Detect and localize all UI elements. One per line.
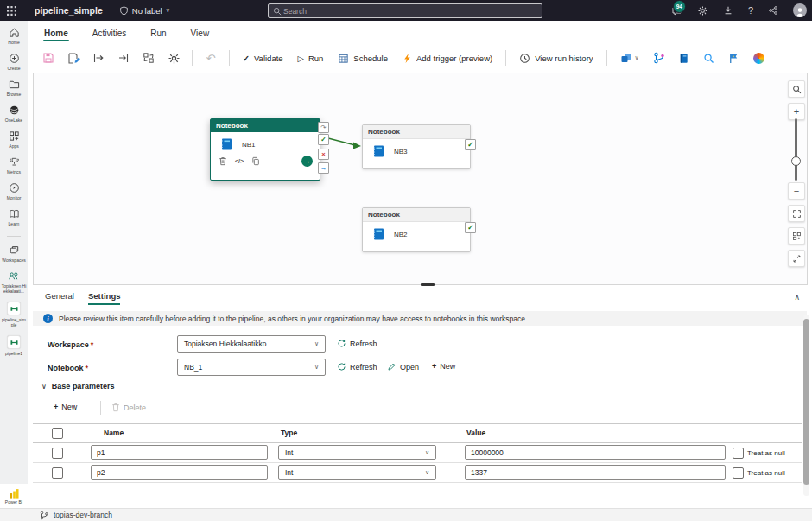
- treat-as-null-checkbox[interactable]: [733, 467, 744, 479]
- base-parameters-expander[interactable]: ∨ Base parameters: [41, 382, 114, 391]
- treat-as-null-option[interactable]: Treat as null: [733, 448, 785, 459]
- auto-align-button[interactable]: [788, 227, 805, 245]
- schedule-button[interactable]: Schedule: [334, 51, 391, 66]
- pipeline-icon: [7, 335, 21, 349]
- treat-as-null-option[interactable]: Treat as null: [733, 467, 785, 479]
- activity-node-nb2[interactable]: Notebook NB2: [362, 207, 471, 252]
- select-all-checkbox[interactable]: [52, 428, 63, 439]
- workspace-dropdown[interactable]: Topiaksen Hiekkalaatikko ∨: [177, 335, 326, 353]
- panel-scrollbar[interactable]: [803, 315, 809, 496]
- share-button[interactable]: [768, 5, 778, 16]
- port-on-skip[interactable]: ↷: [318, 122, 329, 133]
- parameter-new-button[interactable]: + New: [54, 403, 77, 411]
- workspace-refresh-button[interactable]: Refresh: [337, 339, 377, 348]
- tab-general[interactable]: General: [45, 291, 74, 303]
- sidebar-item-create[interactable]: Create: [0, 53, 28, 71]
- set-input-button[interactable]: [90, 49, 107, 67]
- tab-run[interactable]: Run: [149, 24, 167, 42]
- activity-state-check[interactable]: ✓: [465, 139, 476, 150]
- collapse-panel-chevron[interactable]: ∧: [794, 293, 800, 302]
- canvas-search-button[interactable]: [788, 80, 805, 98]
- port-on-success[interactable]: ✓: [318, 134, 329, 145]
- help-icon[interactable]: ?: [748, 5, 753, 16]
- panel-resize-handle[interactable]: [421, 283, 435, 286]
- teaching-flag-button[interactable]: [726, 49, 743, 67]
- save-as-button[interactable]: [65, 49, 82, 67]
- branch-activities-button[interactable]: [650, 49, 668, 67]
- chevron-down-icon: ∨: [314, 364, 325, 371]
- copilot-button[interactable]: [751, 49, 768, 67]
- branch-name[interactable]: topias-dev-branch: [54, 511, 112, 519]
- notebook-open-button[interactable]: Open: [387, 362, 419, 372]
- param-type-dropdown[interactable]: Int ∨: [278, 445, 436, 460]
- param-name-input[interactable]: [91, 445, 268, 460]
- sidebar-item-workspace-topiaksen[interactable]: Topiaksen Hiekkalaati...: [0, 270, 28, 294]
- zoom-in-button[interactable]: +: [788, 103, 805, 120]
- port-on-completion[interactable]: →: [318, 162, 329, 174]
- lightning-icon: [403, 53, 412, 64]
- sidebar-item-power-bi[interactable]: Power BI: [0, 484, 28, 508]
- sidebar-item-learn[interactable]: Learn: [0, 208, 28, 226]
- parameter-delete-button[interactable]: Delete: [111, 403, 146, 412]
- account-avatar[interactable]: [793, 3, 807, 17]
- app-launcher-icon[interactable]: [0, 6, 22, 16]
- multi-select-button[interactable]: [140, 49, 157, 67]
- save-button[interactable]: [40, 49, 57, 67]
- row-checkbox[interactable]: [52, 467, 63, 479]
- activity-node-nb3[interactable]: Notebook NB3: [362, 124, 471, 169]
- open-activity-button[interactable]: →: [301, 156, 313, 167]
- zoom-slider-thumb[interactable]: [791, 156, 801, 166]
- delete-activity-icon[interactable]: [219, 156, 227, 166]
- param-value-input[interactable]: [465, 445, 726, 460]
- zoom-slider-track[interactable]: [795, 118, 797, 181]
- workspace-field-label: Workspace*: [48, 340, 93, 349]
- pipeline-settings-gear-button[interactable]: [165, 49, 182, 67]
- notebook-dropdown[interactable]: NB_1 ∨: [177, 359, 326, 376]
- activity-state-check[interactable]: ✓: [465, 222, 476, 233]
- notebook-refresh-button[interactable]: Refresh: [337, 362, 377, 372]
- port-on-failure[interactable]: ×: [318, 149, 329, 160]
- clone-activity-icon[interactable]: [251, 156, 260, 166]
- scrollbar-thumb[interactable]: [803, 319, 809, 485]
- sidebar-item-home[interactable]: Home: [0, 27, 28, 45]
- tab-home[interactable]: Home: [43, 24, 69, 42]
- param-value-input[interactable]: [465, 465, 726, 480]
- tab-activities[interactable]: Activities: [92, 24, 127, 42]
- add-trigger-button[interactable]: Add trigger (preview): [399, 51, 496, 66]
- pipeline-canvas[interactable]: Notebook NB1 </> → ↷ ✓ × → Notebook NB3: [33, 73, 808, 285]
- collapse-canvas-button[interactable]: [788, 250, 805, 267]
- tab-settings[interactable]: Settings: [88, 291, 120, 305]
- treat-as-null-checkbox[interactable]: [733, 448, 744, 459]
- fit-to-screen-button[interactable]: [788, 205, 805, 222]
- sidebar-item-apps[interactable]: Apps: [0, 130, 28, 149]
- search-input[interactable]: [282, 7, 542, 16]
- notebook-new-button[interactable]: + New: [432, 362, 455, 371]
- zoom-out-button[interactable]: −: [788, 182, 805, 200]
- sidebar-item-onelake[interactable]: OneLake: [0, 105, 28, 123]
- sidebar-item-browse[interactable]: Browse: [0, 79, 28, 97]
- code-view-icon[interactable]: </>: [235, 158, 244, 164]
- sidebar-item-metrics[interactable]: Metrics: [0, 156, 28, 175]
- sensitivity-label-button[interactable]: No label ∨: [119, 6, 170, 16]
- notebook-activity-button[interactable]: [676, 49, 693, 67]
- run-button[interactable]: ▷ Run: [295, 52, 327, 65]
- feedback-button[interactable]: 94: [671, 5, 682, 16]
- param-name-input[interactable]: [91, 465, 268, 480]
- set-output-button[interactable]: [115, 49, 132, 67]
- sidebar-more-button[interactable]: ...: [10, 365, 19, 374]
- copy-data-menu-button[interactable]: ∨: [617, 49, 643, 67]
- tab-view[interactable]: View: [190, 24, 211, 42]
- row-checkbox[interactable]: [52, 448, 63, 459]
- semantic-search-button[interactable]: [701, 49, 718, 67]
- activity-node-nb1[interactable]: Notebook NB1 </> →: [210, 118, 320, 181]
- sidebar-item-pipeline1[interactable]: pipeline1: [0, 335, 28, 356]
- settings-gear-button[interactable]: [697, 5, 708, 16]
- sidebar-item-workspaces[interactable]: Workspaces: [0, 245, 28, 263]
- sidebar-item-monitor[interactable]: Monitor: [0, 182, 28, 200]
- view-run-history-button[interactable]: View run history: [516, 51, 596, 66]
- validate-button[interactable]: ✓ Validate: [239, 52, 287, 65]
- sidebar-item-pipeline-simple[interactable]: pipeline_simple: [0, 302, 28, 327]
- download-button[interactable]: [723, 5, 733, 16]
- param-type-dropdown[interactable]: Int ∨: [278, 465, 436, 480]
- undo-button[interactable]: ↶: [202, 49, 219, 67]
